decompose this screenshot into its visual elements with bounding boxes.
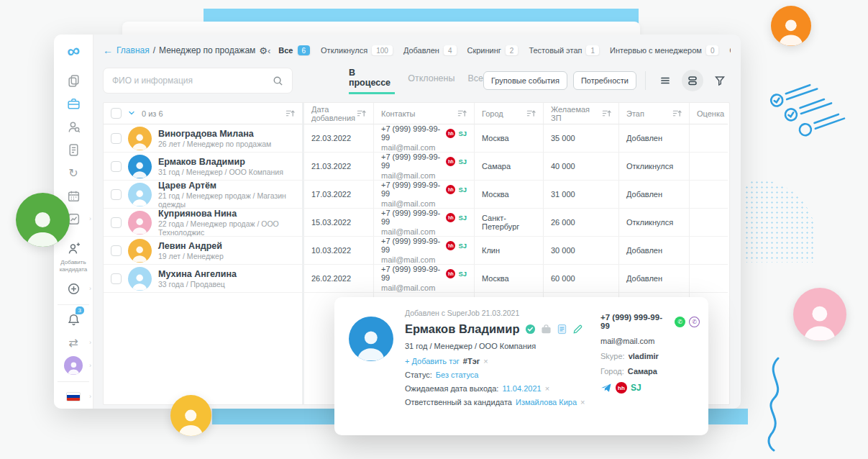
skype-value[interactable]: vladimir — [629, 352, 659, 360]
viber-icon[interactable]: ✆ — [689, 317, 700, 327]
search-input[interactable] — [112, 76, 273, 86]
back-arrow-icon[interactable]: ← — [103, 45, 113, 56]
candidate-avatar — [128, 239, 152, 263]
column-header: Город — [482, 109, 503, 118]
sidebar-item-refresh[interactable]: ↻ — [61, 162, 86, 183]
table-row[interactable]: Мухина Ангелина33 года / Продавец 26.02.… — [104, 265, 729, 293]
candidate-name[interactable]: Куприянова Нина — [158, 209, 237, 219]
select-all-checkbox[interactable] — [111, 108, 122, 119]
responsible-value-link[interactable]: Измайлова Кира — [516, 398, 577, 406]
switch-account-button[interactable]: ⇄ › — [61, 332, 86, 353]
row-checkbox[interactable] — [111, 245, 122, 256]
stage-tab-test[interactable]: Тестовый этап1 — [526, 45, 602, 55]
quick-add-button[interactable]: › — [61, 278, 86, 299]
row-checkbox[interactable] — [111, 161, 122, 172]
hh-icon[interactable]: hh — [446, 241, 455, 250]
tabs-scroll-left-icon[interactable]: ‹ — [268, 45, 270, 56]
telegram-icon[interactable] — [600, 382, 612, 394]
sort-icon[interactable] — [672, 109, 682, 118]
stage-tabs: ‹ Все6 Откликнулся100 Добавлен4 Скрининг… — [268, 45, 731, 56]
superjob-icon[interactable]: SJ — [458, 242, 467, 250]
status-value-link[interactable]: Без статуса — [436, 371, 479, 379]
remove-responsible-icon[interactable]: × — [580, 398, 585, 406]
superjob-icon[interactable]: SJ — [458, 214, 467, 222]
table-row[interactable]: Виноградова Милана26 лет / Менеджер по п… — [104, 124, 729, 153]
sidebar-item-candidates[interactable] — [61, 116, 86, 137]
candidate-name[interactable]: Виноградова Милана — [158, 129, 254, 139]
remove-exit-date-icon[interactable]: × — [545, 384, 549, 393]
hh-icon[interactable]: hh — [446, 129, 455, 138]
stage-tab-offer[interactable]: Офер — [726, 46, 731, 55]
superjob-icon[interactable]: SJ — [631, 383, 641, 393]
exit-date-value-link[interactable]: 11.04.2021 — [502, 384, 541, 393]
superjob-icon[interactable]: SJ — [458, 186, 467, 194]
sidebar-item-jobs-active[interactable] — [61, 93, 86, 114]
popup-email[interactable]: mail@mail.com — [600, 337, 654, 345]
add-tag-link[interactable]: + Добавить тэг — [405, 357, 460, 365]
table-row[interactable]: Царев Артём21 год / Менеджер продаж / Ма… — [104, 181, 729, 209]
remove-tag-icon[interactable]: × — [483, 357, 488, 365]
filter-tab-in-progress[interactable]: В процессе — [349, 68, 395, 94]
stage-tab-interview[interactable]: Интервью с менеджером0 — [607, 45, 721, 55]
stage-tab-responded[interactable]: Откликнулся100 — [318, 45, 396, 55]
decor-avatar-bottom — [170, 395, 211, 436]
filter-tab-all[interactable]: Все — [467, 73, 483, 88]
notifications-button[interactable]: 3 — [61, 309, 86, 330]
sort-icon[interactable] — [285, 109, 295, 118]
hh-icon[interactable]: hh — [616, 382, 627, 394]
stage-tab-screening[interactable]: Скрининг2 — [465, 45, 521, 55]
gear-icon[interactable]: ⚙ — [259, 45, 268, 56]
hh-icon[interactable]: hh — [446, 157, 455, 166]
group-events-button[interactable]: Груповые события — [483, 71, 567, 90]
superjob-icon[interactable]: SJ — [458, 129, 467, 137]
row-checkbox[interactable] — [111, 133, 122, 144]
app-logo-icon[interactable]: ∞ — [65, 40, 82, 60]
briefcase-small-icon[interactable] — [541, 324, 552, 335]
hh-icon[interactable]: hh — [446, 269, 455, 278]
sort-icon[interactable] — [602, 109, 611, 118]
filter-button[interactable] — [709, 70, 731, 91]
stage-tab-added[interactable]: Добавлен4 — [401, 45, 460, 55]
hh-icon[interactable]: hh — [446, 185, 455, 194]
sidebar-item-documents[interactable] — [61, 139, 86, 160]
table-row[interactable]: Куприянова Нина22 года / Менеджер продаж… — [104, 209, 729, 237]
table-row[interactable]: Ермаков Владимир31 год / Менеджер / ООО … — [104, 153, 729, 181]
sort-icon[interactable] — [357, 109, 366, 118]
card-view-button[interactable] — [682, 70, 703, 91]
row-checkbox[interactable] — [111, 189, 122, 200]
candidate-avatar-placeholder — [128, 183, 152, 206]
sort-icon[interactable] — [457, 109, 467, 118]
row-checkbox[interactable] — [111, 273, 122, 284]
whatsapp-icon[interactable]: ✆ — [675, 317, 685, 327]
sidebar-item-vacancies[interactable] — [61, 70, 86, 91]
hh-icon[interactable]: hh — [446, 213, 455, 222]
stage-cell: Откликнулся — [618, 153, 689, 181]
superjob-icon[interactable]: SJ — [458, 158, 467, 165]
user-profile-button[interactable]: › — [61, 355, 86, 376]
add-candidate-button[interactable] — [61, 237, 86, 259]
candidate-name[interactable]: Царев Артём — [158, 181, 216, 191]
popup-phone[interactable]: +7 (999) 999-99-99 — [600, 313, 671, 330]
needs-button[interactable]: Потребности — [573, 71, 636, 90]
chevron-down-icon[interactable] — [127, 109, 136, 119]
filter-tab-rejected[interactable]: Отклонены — [408, 73, 454, 88]
sidebar-item-calendar[interactable] — [61, 185, 86, 206]
stage-cell: Откликнулся — [618, 209, 689, 237]
candidate-name[interactable]: Левин Андрей — [158, 241, 222, 251]
search-box[interactable] — [103, 68, 293, 94]
superjob-icon[interactable]: SJ — [458, 270, 467, 278]
resume-doc-icon[interactable] — [557, 324, 567, 335]
sort-icon[interactable] — [526, 109, 536, 118]
language-selector[interactable]: › — [61, 386, 86, 407]
popup-candidate-name[interactable]: Ермаков Владимир — [405, 322, 520, 336]
candidate-name[interactable]: Мухина Ангелина — [158, 269, 237, 279]
list-view-button[interactable] — [654, 70, 676, 91]
row-checkbox[interactable] — [111, 217, 122, 228]
tag-chip[interactable]: #Тэг — [463, 357, 480, 365]
edit-pencil-icon[interactable] — [572, 324, 583, 335]
candidate-name[interactable]: Ермаков Владимир — [158, 157, 245, 167]
stage-tab-all[interactable]: Все6 — [275, 45, 313, 55]
breadcrumb-home[interactable]: Главная — [117, 45, 150, 55]
candidate-popup-card: Добавлен с SuperJob 21.03.2021 Ермаков В… — [334, 297, 708, 435]
table-row[interactable]: Левин Андрей19 лет / Менеджер 10.03.2022… — [104, 237, 729, 265]
